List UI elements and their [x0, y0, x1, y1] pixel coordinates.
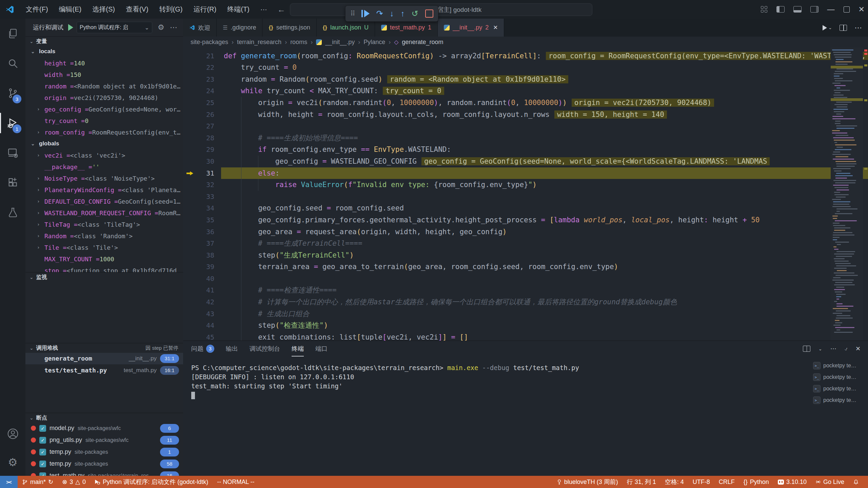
variable-TileTag[interactable]: ›TileTag = <class 'TileTag'>	[25, 219, 183, 230]
breakpoint-checkbox[interactable]: ✓	[39, 449, 46, 455]
menu-item[interactable]: 查看(V)	[120, 5, 154, 13]
remote-indicator[interactable]: ><	[0, 476, 18, 488]
testing-icon[interactable]	[0, 198, 25, 227]
variable-origin[interactable]: origin = vec2i(7205730, 9024468)	[25, 92, 183, 103]
code-line-36[interactable]: 36 geo_area = request_area(origin, width…	[183, 226, 868, 238]
language-indicator[interactable]: {}Python	[739, 479, 773, 486]
extensions-icon[interactable]	[0, 168, 25, 198]
maximize-icon[interactable]	[844, 6, 850, 13]
code-line-30[interactable]: 30 geo_config = WASTELAND_GEO_CONFIGgeo_…	[183, 156, 868, 167]
breakpoints-section-header[interactable]: ⌄断点	[25, 413, 183, 423]
source-control-icon[interactable]: 3	[0, 78, 25, 108]
code-line-44[interactable]: 44 step("检查连通性")	[183, 320, 868, 331]
python-version-indicator[interactable]: 3.10.10	[773, 479, 811, 486]
variable-NoiseType[interactable]: ›NoiseType = <class 'NoiseType'>	[25, 172, 183, 184]
toggle-panel-icon[interactable]	[793, 6, 802, 13]
code-line-42[interactable]: 42 # 计算每一个出口的中心，然后使用astar生成路径，确保每一个出口组合都…	[183, 296, 868, 308]
cursor-position[interactable]: 行 31, 列 1	[623, 478, 660, 486]
blame-annotation[interactable]: blueloveTH (3 周前)	[552, 478, 623, 486]
code-line-21[interactable]: 21def generate_room(room_config: RoomReq…	[183, 50, 868, 62]
code-line-28[interactable]: 28 # ====生成初始地理信息====	[183, 132, 868, 144]
breadcrumb-item[interactable]: __init__.py	[325, 39, 355, 46]
step-over-button[interactable]: ↷	[376, 9, 383, 18]
code-line-31[interactable]: 31 else:	[183, 167, 868, 179]
close-tab-icon[interactable]: ✕	[493, 24, 498, 31]
command-center-search[interactable]: [扩展开发宿主] godot-ldtk	[290, 3, 592, 16]
variable-room_config[interactable]: ›room_config = RoomRequestConfig(env_t…	[25, 126, 183, 138]
close-panel-icon[interactable]: ✕	[855, 345, 861, 352]
stack-frame-test/test_math.py[interactable]: test/test_math.pytest_math.py16:1	[25, 364, 183, 376]
code-line-25[interactable]: 25 origin = vec2i(random.randint(0, 1000…	[183, 97, 868, 109]
breakpoint-checkbox[interactable]: ✓	[39, 437, 46, 444]
variable-random[interactable]: random = <Random object at 0x1bf9d01e…	[25, 80, 183, 92]
debug-config-indicator[interactable]: Python 调试程序: 启动文件 (godot-ldtk)	[90, 478, 213, 486]
breakpoint-checkbox[interactable]: ✓	[39, 472, 46, 476]
code-line-20[interactable]: 20	[183, 47, 868, 50]
restart-button[interactable]: ↺	[412, 9, 418, 18]
breadcrumb-item[interactable]: site-packages	[191, 39, 228, 46]
terminal-instance[interactable]: >_pocketpy te…	[813, 383, 867, 394]
indentation-indicator[interactable]: 空格: 4	[660, 478, 688, 486]
tab-欢迎[interactable]: 欢迎	[183, 19, 217, 37]
code-line-41[interactable]: 41 # ====检查连通性====	[183, 284, 868, 296]
variable-DEFAULT_GEO_CONFIG[interactable]: ›DEFAULT_GEO_CONFIG = GeoConfig(seed=1…	[25, 196, 183, 207]
variable-__package__[interactable]: __package__ = ''	[25, 161, 183, 172]
notifications-bell[interactable]	[849, 479, 863, 485]
panel-tab-终端[interactable]: 终端	[292, 341, 304, 357]
code-line-40[interactable]: 40	[183, 273, 868, 285]
breadcrumb-item[interactable]: rooms	[290, 39, 307, 46]
terminal-output[interactable]: PS C:\computer_science\godot-ldtk\site-p…	[191, 363, 810, 399]
code-line-43[interactable]: 43 # 生成出口组合	[183, 308, 868, 320]
problems-indicator[interactable]: ⊗3 △0	[58, 478, 90, 486]
breakpoint-test_math.py[interactable]: ✓test_math.pysite-packages\terrain_res…1…	[25, 470, 183, 476]
menu-item[interactable]: 编辑(E)	[54, 5, 87, 13]
breakpoint-model.py[interactable]: ✓model.pysite-packages\wfc6	[25, 422, 183, 434]
variable-geo_config[interactable]: ›geo_config = GeoConfig(seed=None, wor…	[25, 103, 183, 115]
explorer-icon[interactable]	[0, 19, 25, 48]
code-line-22[interactable]: 22 try_count = 0	[183, 62, 868, 74]
breakpoint-temp.py[interactable]: ✓temp.pysite-packages1	[25, 446, 183, 458]
encoding-indicator[interactable]: UTF-8	[688, 479, 714, 486]
terminal-instance[interactable]: >_pocketpy te…	[813, 360, 867, 371]
code-line-35[interactable]: 35 geo_config.primary_forces.geothermal_…	[183, 214, 868, 226]
code-line-39[interactable]: 39 terrain_area = geo_area_to_terrain(ge…	[183, 261, 868, 273]
code-editor[interactable]: 2021def generate_room(room_config: RoomR…	[183, 47, 868, 341]
panel-tab-问题[interactable]: 问题3	[191, 341, 214, 357]
variable-MAX_TRY_COUNT[interactable]: MAX_TRY_COUNT = 1000	[25, 253, 183, 265]
menu-item[interactable]: 终端(T)	[222, 5, 255, 13]
tab-.gdignore[interactable]: ☰.gdignore	[217, 19, 262, 37]
breadcrumb-item[interactable]: generate_room	[402, 39, 443, 46]
step-out-button[interactable]: ↑	[401, 9, 405, 18]
debug-settings-gear-icon[interactable]: ⚙	[158, 23, 164, 32]
code-line-32[interactable]: 32 raise ValueError(f"Invalid env type: …	[183, 179, 868, 191]
variable-Random[interactable]: ›Random = <class 'Random'>	[25, 230, 183, 242]
maximize-panel-icon[interactable]: ⍻	[845, 346, 847, 352]
stop-button[interactable]	[425, 9, 433, 18]
panel-tab-调试控制台[interactable]: 调试控制台	[250, 341, 280, 357]
minimap[interactable]	[831, 47, 863, 341]
code-line-23[interactable]: 23 random = Random(room_config.seed)rand…	[183, 74, 868, 85]
search-view-icon[interactable]	[0, 48, 25, 78]
tab-__init__.py[interactable]: __init__.py2✕	[438, 19, 504, 37]
panel-tab-端口[interactable]: 端口	[315, 341, 328, 357]
variable-PlanetaryWindConfig[interactable]: ›PlanetaryWindConfig = <class 'Planeta…	[25, 184, 183, 196]
menu-item[interactable]: 选择(S)	[87, 5, 120, 13]
go-live-button[interactable]: Go Live	[811, 479, 849, 486]
remote-explorer-icon[interactable]	[0, 138, 25, 168]
breakpoint-checkbox[interactable]: ✓	[39, 425, 46, 432]
code-line-27[interactable]: 27	[183, 120, 868, 132]
variables-section-header[interactable]: ⌄变量	[25, 36, 183, 46]
minimize-icon[interactable]: ―	[827, 5, 835, 14]
menu-item[interactable]: 文件(F)	[20, 5, 54, 13]
panel-more-actions-icon[interactable]: ⋯	[830, 345, 836, 352]
editor-more-actions-icon[interactable]: ⋯	[854, 23, 862, 32]
scope-globals[interactable]: ⌄globals	[25, 138, 183, 149]
breakpoint-checkbox[interactable]: ✓	[39, 461, 46, 467]
code-line-29[interactable]: 29 if room_config.env_type == EnvType.WA…	[183, 144, 868, 156]
drag-grip-icon[interactable]: ⠿	[350, 9, 355, 18]
tab-settings.json[interactable]: {}settings.json	[262, 19, 316, 37]
account-icon[interactable]	[0, 419, 25, 449]
breakpoint-temp.py[interactable]: ✓temp.pysite-packages58	[25, 458, 183, 470]
continue-button[interactable]	[361, 10, 370, 17]
variable-width[interactable]: width = 150	[25, 69, 183, 80]
